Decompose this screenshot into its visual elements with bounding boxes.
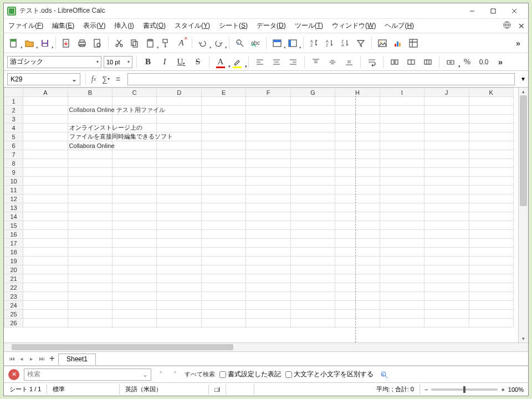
row-header-11[interactable]: 11 — [4, 186, 23, 195]
cell-K23[interactable] — [469, 292, 513, 301]
cell-K24[interactable] — [469, 301, 513, 310]
col-header-G[interactable]: G — [290, 88, 335, 97]
cell-C24[interactable] — [112, 301, 157, 310]
status-style[interactable]: 標準 — [47, 385, 119, 393]
row-header-17[interactable]: 17 — [4, 239, 23, 248]
wrap-text-button[interactable] — [365, 55, 379, 69]
cell-J5[interactable] — [424, 132, 469, 141]
cell-C21[interactable] — [112, 274, 157, 283]
tab-next-button[interactable]: ▸ — [27, 355, 36, 362]
column-button[interactable]: ▾ — [286, 36, 299, 50]
cell-J10[interactable] — [424, 177, 469, 186]
tab-prev-button[interactable]: ◂ — [17, 355, 26, 362]
cell-K3[interactable] — [469, 115, 513, 124]
cell-K11[interactable] — [469, 186, 513, 195]
cell-A9[interactable] — [23, 168, 68, 177]
cell-H4[interactable] — [335, 124, 380, 132]
cell-K2[interactable] — [469, 106, 513, 115]
cell-F20[interactable] — [246, 265, 290, 274]
cell-G7[interactable] — [290, 150, 335, 159]
cell-D23[interactable] — [157, 292, 201, 301]
row-header-19[interactable]: 19 — [4, 257, 23, 265]
menu-edit[interactable]: 編集(E) — [48, 21, 79, 30]
cell-C18[interactable] — [112, 248, 157, 257]
col-header-B[interactable]: B — [68, 88, 112, 97]
find-next-button[interactable]: ˅ — [170, 371, 180, 378]
cell-B12[interactable] — [68, 195, 112, 203]
cell-J9[interactable] — [424, 168, 469, 177]
cell-D11[interactable] — [157, 186, 201, 195]
cell-A17[interactable] — [23, 239, 68, 248]
cell-F26[interactable] — [246, 319, 290, 328]
cell-C6[interactable] — [112, 141, 157, 150]
formula-input[interactable] — [127, 73, 515, 85]
cell-D7[interactable] — [157, 150, 201, 159]
cell-H15[interactable] — [335, 221, 380, 230]
cell-H13[interactable] — [335, 203, 380, 212]
cell-A8[interactable] — [23, 159, 68, 168]
sort-button[interactable]: AZ — [308, 36, 321, 50]
cell-I26[interactable] — [380, 319, 424, 328]
cell-G25[interactable] — [290, 310, 335, 319]
cell-A18[interactable] — [23, 248, 68, 257]
cell-J4[interactable] — [424, 124, 469, 132]
cell-F22[interactable] — [246, 283, 290, 292]
cell-B1[interactable] — [68, 97, 112, 106]
find-prev-button[interactable]: ˄ — [156, 371, 166, 378]
cell-B25[interactable] — [68, 310, 112, 319]
row-header-6[interactable]: 6 — [4, 141, 23, 150]
cell-A13[interactable] — [23, 203, 68, 212]
insert-chart-button[interactable] — [391, 36, 405, 50]
zoom-slider[interactable] — [431, 388, 498, 391]
cell-E22[interactable] — [201, 283, 245, 292]
cell-C11[interactable] — [112, 186, 157, 195]
cell-F21[interactable] — [246, 274, 290, 283]
function-wizard-button[interactable]: fx — [88, 73, 100, 85]
cell-D14[interactable] — [157, 212, 201, 221]
vscroll-thumb[interactable] — [520, 95, 527, 206]
cell-F24[interactable] — [246, 301, 290, 310]
menu-sheet[interactable]: シート(S) — [214, 21, 252, 30]
col-header-C[interactable]: C — [112, 88, 157, 97]
cell-E19[interactable] — [201, 257, 245, 265]
cell-F25[interactable] — [246, 310, 290, 319]
cell-G16[interactable] — [290, 230, 335, 239]
cell-H25[interactable] — [335, 310, 380, 319]
cell-J6[interactable] — [424, 141, 469, 150]
cell-E14[interactable] — [201, 212, 245, 221]
clear-format-button[interactable]: A✕ — [175, 36, 188, 50]
cell-B11[interactable] — [68, 186, 112, 195]
cell-C3[interactable] — [112, 115, 157, 124]
cell-G3[interactable] — [290, 115, 335, 124]
cell-F12[interactable] — [246, 195, 290, 203]
cell-J16[interactable] — [424, 230, 469, 239]
row-header-26[interactable]: 26 — [4, 319, 23, 328]
cell-K15[interactable] — [469, 221, 513, 230]
row-header-14[interactable]: 14 — [4, 212, 23, 221]
toolbar-overflow-button[interactable]: » — [511, 36, 525, 50]
cell-B26[interactable] — [68, 319, 112, 328]
cell-C12[interactable] — [112, 195, 157, 203]
cell-D9[interactable] — [157, 168, 201, 177]
cell-K26[interactable] — [469, 319, 513, 328]
cell-I6[interactable] — [380, 141, 424, 150]
row-header-20[interactable]: 20 — [4, 265, 23, 274]
row-button[interactable]: ▾ — [270, 36, 284, 50]
cell-K19[interactable] — [469, 257, 513, 265]
cell-E7[interactable] — [201, 150, 245, 159]
cell-A15[interactable] — [23, 221, 68, 230]
cell-I5[interactable] — [380, 132, 424, 141]
cut-button[interactable] — [112, 36, 126, 50]
cell-I1[interactable] — [380, 97, 424, 106]
cell-I8[interactable] — [380, 159, 424, 168]
status-language[interactable]: 英語（米国） — [120, 385, 208, 393]
cell-F10[interactable] — [246, 177, 290, 186]
cell-H21[interactable] — [335, 274, 380, 283]
col-header-I[interactable]: I — [380, 88, 424, 97]
cell-B21[interactable] — [68, 274, 112, 283]
cell-H16[interactable] — [335, 230, 380, 239]
print-button[interactable] — [75, 36, 89, 50]
cell-A16[interactable] — [23, 230, 68, 239]
cell-F16[interactable] — [246, 230, 290, 239]
cell-D26[interactable] — [157, 319, 201, 328]
